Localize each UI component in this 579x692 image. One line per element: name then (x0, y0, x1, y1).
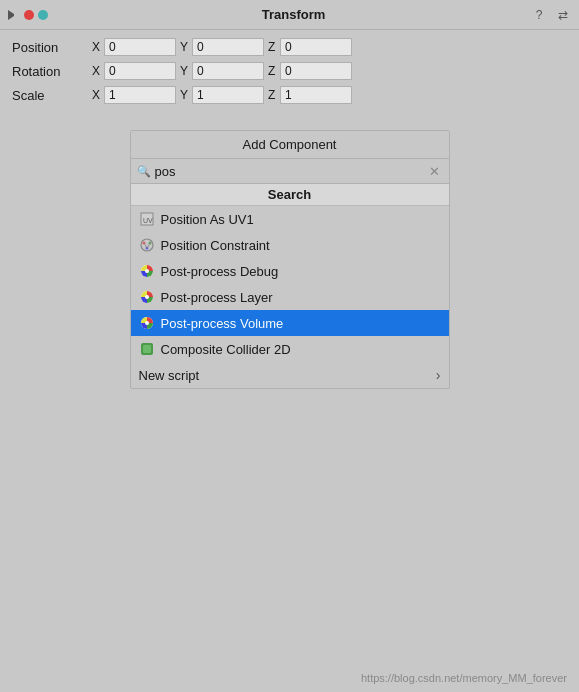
z-axis-label: Z (268, 40, 278, 54)
y-axis-label: Y (180, 40, 190, 54)
item-label: Composite Collider 2D (161, 342, 291, 357)
list-item[interactable]: Composite Collider 2D (131, 336, 449, 362)
item-label: Position As UV1 (161, 212, 254, 227)
postprocess-volume-icon (139, 315, 155, 331)
position-z-input[interactable] (280, 38, 352, 56)
scale-label: Scale (12, 88, 92, 103)
postprocess-layer-icon (139, 289, 155, 305)
position-y-input[interactable] (192, 38, 264, 56)
help-icon[interactable]: ? (531, 7, 547, 23)
rotation-y-input[interactable] (192, 62, 264, 80)
search-container: 🔍 ✕ (131, 159, 449, 184)
search-input[interactable] (155, 164, 427, 179)
scale-fields: X Y Z (92, 86, 567, 104)
transform-row-rotation: Rotation X Y Z (12, 60, 567, 82)
position-y-group: Y (180, 38, 264, 56)
x-axis-label: X (92, 40, 102, 54)
rotation-z-group: Z (268, 62, 352, 80)
rotation-y-group: Y (180, 62, 264, 80)
add-component-button[interactable]: Add Component (131, 131, 449, 159)
constraint-icon (139, 237, 155, 253)
window-title: Transform (56, 7, 531, 22)
item-label: Position Constraint (161, 238, 270, 253)
title-bar: Transform ? ⇄ (0, 0, 579, 30)
svg-text:UV: UV (143, 217, 153, 224)
add-component-panel: Add Component 🔍 ✕ Search UV Position As … (130, 130, 450, 389)
rx-axis-label: X (92, 64, 102, 78)
transform-row-position: Position X Y Z (12, 36, 567, 58)
scale-y-input[interactable] (192, 86, 264, 104)
svg-rect-15 (143, 345, 151, 353)
position-label: Position (12, 40, 92, 55)
position-fields: X Y Z (92, 38, 567, 56)
rotation-label: Rotation (12, 64, 92, 79)
sx-axis-label: X (92, 88, 102, 102)
item-label: Post-process Layer (161, 290, 273, 305)
divider (0, 114, 579, 122)
chevron-right-icon: › (436, 367, 441, 383)
new-script-label: New script (139, 368, 200, 383)
list-item[interactable]: Position Constraint (131, 232, 449, 258)
transform-section: Position X Y Z Rotation X Y (0, 30, 579, 114)
clear-search-button[interactable]: ✕ (427, 163, 443, 179)
svg-point-13 (145, 321, 149, 325)
scale-x-group: X (92, 86, 176, 104)
sy-axis-label: Y (180, 88, 190, 102)
svg-line-6 (144, 243, 147, 248)
list-item[interactable]: Post-process Layer (131, 284, 449, 310)
collider-2d-icon (139, 341, 155, 357)
scale-x-input[interactable] (104, 86, 176, 104)
icon-dot-red (24, 10, 34, 20)
rotation-x-group: X (92, 62, 176, 80)
rz-axis-label: Z (268, 64, 278, 78)
list-item-selected[interactable]: Post-process Volume (131, 310, 449, 336)
position-x-input[interactable] (104, 38, 176, 56)
position-uv-icon: UV (139, 211, 155, 227)
svg-point-11 (145, 295, 149, 299)
sz-axis-label: Z (268, 88, 278, 102)
collapse-arrow[interactable] (8, 10, 18, 20)
item-label: Post-process Volume (161, 316, 284, 331)
svg-line-7 (147, 243, 150, 248)
scale-z-group: Z (268, 86, 352, 104)
ry-axis-label: Y (180, 64, 190, 78)
search-header: Search (131, 184, 449, 206)
item-label: Post-process Debug (161, 264, 279, 279)
transform-row-scale: Scale X Y Z (12, 84, 567, 106)
title-bar-actions: ? ⇄ (531, 7, 571, 23)
position-z-group: Z (268, 38, 352, 56)
list-item[interactable]: UV Position As UV1 (131, 206, 449, 232)
icon-dot-teal (38, 10, 48, 20)
list-item[interactable]: Post-process Debug (131, 258, 449, 284)
position-x-group: X (92, 38, 176, 56)
rotation-z-input[interactable] (280, 62, 352, 80)
postprocess-debug-icon (139, 263, 155, 279)
rotation-fields: X Y Z (92, 62, 567, 80)
search-icon: 🔍 (137, 165, 151, 178)
new-script-item[interactable]: New script › (131, 362, 449, 388)
watermark: https://blog.csdn.net/memory_MM_forever (361, 672, 567, 684)
scale-y-group: Y (180, 86, 264, 104)
rotation-x-input[interactable] (104, 62, 176, 80)
scale-z-input[interactable] (280, 86, 352, 104)
layout-icon[interactable]: ⇄ (555, 7, 571, 23)
title-icons (24, 10, 48, 20)
svg-point-9 (145, 269, 149, 273)
